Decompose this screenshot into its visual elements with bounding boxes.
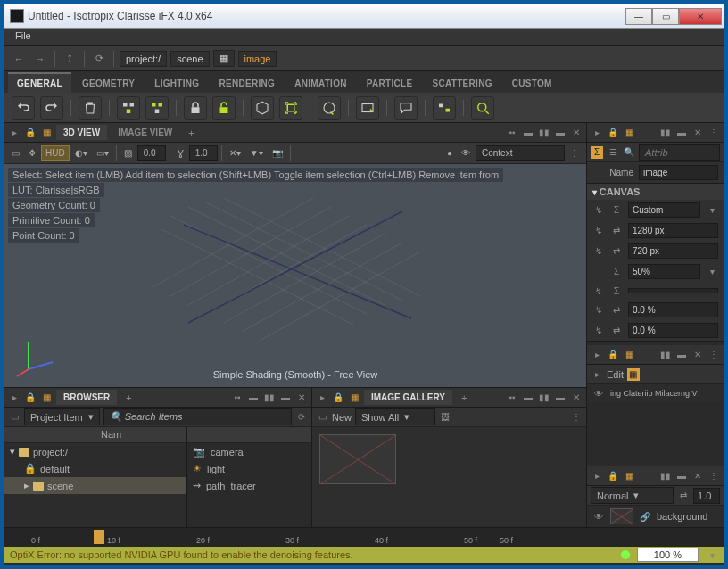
add-tab-button[interactable]: +	[456, 392, 472, 403]
panel-icon[interactable]: ▦	[623, 127, 635, 139]
preset-dropdown[interactable]: Custom	[628, 202, 700, 218]
globe-button[interactable]	[318, 96, 341, 120]
search-icon[interactable]: 🔍	[623, 146, 635, 159]
expand-button[interactable]	[279, 96, 302, 120]
tab-general[interactable]: GENERAL	[8, 72, 71, 93]
close-button[interactable]: ✕	[679, 8, 722, 25]
playhead[interactable]	[94, 530, 104, 544]
panel-icon[interactable]: ▦	[40, 127, 53, 139]
layout-icon[interactable]: ▮▮	[659, 127, 672, 139]
gallery-thumbnail[interactable]	[319, 434, 396, 484]
collapse-icon[interactable]: ▸	[591, 349, 603, 361]
vp-context-dropdown[interactable]: Context	[476, 145, 565, 161]
browser-filter-dropdown[interactable]: Project Item▾	[24, 408, 100, 425]
filter-icon[interactable]: ☰	[607, 146, 619, 159]
minimize-button[interactable]: —	[625, 8, 652, 25]
close-panel-icon[interactable]: ✕	[691, 349, 704, 361]
close-panel-icon[interactable]: ✕	[570, 392, 583, 404]
layout-icon[interactable]: ▬	[554, 392, 567, 404]
menu-icon[interactable]: ⋮	[707, 127, 720, 139]
tab-rendering[interactable]: RENDERING	[210, 74, 284, 93]
vp-filter-icon[interactable]: ▼▾	[246, 146, 267, 160]
unlock-button[interactable]	[212, 96, 236, 120]
lock-icon[interactable]: 🔒	[607, 470, 619, 482]
vp-camera-icon[interactable]: 📷	[269, 146, 286, 160]
collapse-icon[interactable]: ▸	[8, 127, 21, 139]
chat-button[interactable]	[394, 96, 418, 120]
width-field[interactable]: 1280 px	[628, 223, 718, 238]
redo-button[interactable]	[40, 96, 63, 120]
tree-item-project[interactable]: ▾ project:/	[4, 443, 186, 460]
lock-icon[interactable]: 🔒	[607, 127, 619, 139]
panel-icon[interactable]: ▦	[623, 470, 635, 482]
edit-icon[interactable]: ▦	[627, 368, 640, 381]
collapse-icon[interactable]: ▸	[8, 392, 21, 404]
vp-eye-icon[interactable]: 👁	[458, 146, 474, 160]
scale-dropdown[interactable]: 50%	[628, 264, 700, 279]
view-tab-3d[interactable]: 3D VIEW	[56, 125, 107, 140]
empty-field[interactable]	[628, 288, 718, 293]
layout-icon[interactable]: ▬	[675, 470, 688, 482]
panel-icon[interactable]: ▦	[40, 392, 53, 404]
vp-menu-icon[interactable]: ⋮	[567, 146, 583, 160]
box-button[interactable]	[251, 96, 274, 120]
list-item-light[interactable]: ☀light	[187, 460, 311, 477]
layout-icon[interactable]: ▬	[522, 392, 534, 404]
add-tab-button[interactable]: +	[120, 392, 136, 403]
search-button[interactable]	[471, 96, 494, 120]
gallery-tab[interactable]: IMAGE GALLERY	[364, 390, 452, 405]
tree-item-scene[interactable]: ▸ scene	[4, 477, 186, 494]
vp-shading-icon[interactable]: ◐▾	[71, 146, 91, 160]
3d-viewport[interactable]: Select: Select item (LMB) Add item to se…	[4, 164, 586, 387]
vp-select-icon[interactable]: ▭	[8, 146, 23, 160]
browser-tab[interactable]: BROWSER	[56, 390, 117, 405]
maximize-button[interactable]: ▭	[652, 8, 679, 25]
refresh-icon[interactable]: ⟳	[295, 411, 308, 424]
filter-icon[interactable]: ▭	[8, 411, 21, 424]
tab-particle[interactable]: PARTICLE	[358, 74, 422, 93]
blend-mode-dropdown[interactable]: Normal▾	[591, 487, 674, 504]
nav-refresh-icon[interactable]: ⟳	[90, 50, 108, 68]
close-panel-icon[interactable]: ✕	[691, 127, 704, 139]
attrib-search[interactable]: Attrib	[639, 144, 720, 161]
menu-icon[interactable]: ⋮	[707, 349, 720, 361]
view-tab-image[interactable]: IMAGE VIEW	[111, 125, 179, 140]
layout-icon[interactable]: ▬	[675, 127, 688, 139]
pct2-field[interactable]: 0.0 %	[628, 323, 718, 338]
close-panel-icon[interactable]: ✕	[691, 470, 704, 482]
layout-icon[interactable]: ▬	[279, 392, 292, 404]
zoom-menu-icon[interactable]: ▾	[706, 548, 718, 561]
menu-icon[interactable]: ⋮	[570, 411, 583, 424]
image-icon[interactable]: 🖼	[439, 411, 451, 424]
lock-button[interactable]	[184, 96, 207, 120]
layout-icon[interactable]: ▮▮	[263, 392, 276, 404]
layout-icon[interactable]: ▮▮	[659, 470, 672, 482]
lock-icon[interactable]: 🔒	[24, 392, 37, 404]
menu-icon[interactable]: ⋮	[707, 470, 720, 482]
layout-4-icon[interactable]: ▬	[554, 127, 567, 139]
vp-gamma-value[interactable]: 1.0	[189, 145, 218, 161]
close-panel-icon[interactable]: ✕	[570, 127, 583, 139]
collapse-icon[interactable]: ▸	[316, 392, 328, 404]
vp-tools-icon[interactable]: ✕▾	[226, 146, 244, 160]
tab-scattering[interactable]: SCATTERING	[423, 74, 500, 93]
nav-forward-icon[interactable]: →	[31, 50, 49, 68]
panel-icon[interactable]: ▦	[348, 392, 360, 404]
eye-icon[interactable]: 👁	[592, 510, 605, 523]
trash-button[interactable]	[79, 96, 102, 120]
opacity-field[interactable]: 1.0	[693, 488, 720, 504]
ungroup-button[interactable]	[145, 96, 169, 120]
add-tab-button[interactable]: +	[183, 128, 199, 138]
tab-lighting[interactable]: LIGHTING	[145, 74, 208, 93]
tab-custom[interactable]: CUSTOM	[503, 74, 561, 93]
breadcrumb-image-folder[interactable]: ▦	[213, 50, 235, 67]
vp-gamma-icon[interactable]: Ɣ	[174, 146, 187, 160]
breadcrumb-root[interactable]: project:/	[120, 51, 167, 67]
sigma-icon[interactable]: Σ	[591, 146, 603, 159]
layer-name[interactable]: background	[657, 511, 708, 522]
close-panel-icon[interactable]: ✕	[295, 392, 308, 404]
layout-icon[interactable]: ▬	[675, 349, 688, 361]
gallery-filter-dropdown[interactable]: Show All▾	[355, 408, 435, 425]
lock-icon[interactable]: 🔒	[332, 392, 344, 404]
layout-icon[interactable]: ▮▮	[659, 349, 672, 361]
